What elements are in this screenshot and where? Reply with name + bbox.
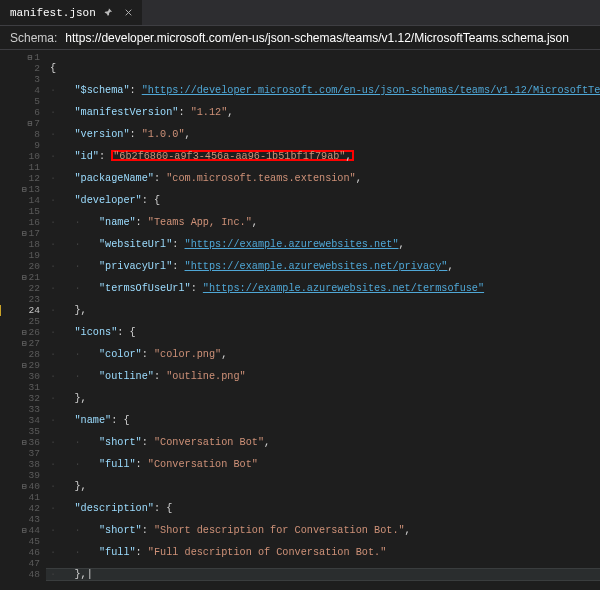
- pin-icon[interactable]: [102, 6, 116, 20]
- fold-icon[interactable]: ⊟: [19, 525, 27, 536]
- fold-icon[interactable]: ⊟: [19, 338, 27, 349]
- tab-manifest-json[interactable]: manifest.json: [0, 0, 142, 25]
- fold-icon[interactable]: ⊟: [19, 184, 27, 195]
- fold-icon[interactable]: ⊟: [19, 228, 27, 239]
- schema-bar: Schema: https://developer.microsoft.com/…: [0, 26, 600, 50]
- tab-bar: manifest.json: [0, 0, 600, 26]
- highlighted-id: "6b2f6860-a9f3-456a-aa96-1b51bf1f79ab",: [111, 150, 353, 161]
- fold-icon[interactable]: ⊟: [19, 437, 27, 448]
- fold-icon[interactable]: ⊟: [24, 118, 32, 129]
- tab-filename: manifest.json: [10, 7, 96, 19]
- fold-icon[interactable]: ⊟: [19, 360, 27, 371]
- active-line-marker: 24: [0, 305, 44, 316]
- code-editor[interactable]: ⊟1 23456 ⊟7 89101112 ⊟13 141516 ⊟17 1819…: [0, 50, 600, 590]
- fold-icon[interactable]: ⊟: [19, 327, 27, 338]
- cursor-line: · },|: [46, 569, 600, 580]
- line-number-gutter: ⊟1 23456 ⊟7 89101112 ⊟13 141516 ⊟17 1819…: [0, 50, 46, 590]
- fold-icon[interactable]: ⊟: [19, 272, 27, 283]
- schema-url[interactable]: https://developer.microsoft.com/en-us/js…: [65, 31, 590, 45]
- close-icon[interactable]: [122, 6, 136, 20]
- code-area[interactable]: { · "$schema": "https://developer.micros…: [46, 50, 600, 590]
- fold-icon[interactable]: ⊟: [19, 481, 27, 492]
- fold-icon[interactable]: ⊟: [24, 52, 32, 63]
- schema-label: Schema:: [10, 31, 57, 45]
